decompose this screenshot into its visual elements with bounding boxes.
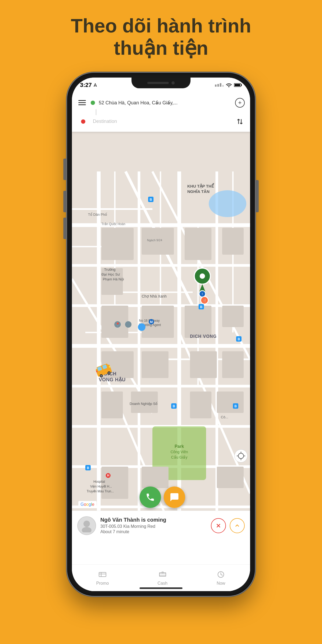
now-tab[interactable]: Now bbox=[216, 570, 226, 586]
google-logo: Google bbox=[78, 501, 97, 508]
svg-text:Tổ Dân Phố: Tổ Dân Phố bbox=[88, 213, 107, 217]
svg-point-95 bbox=[200, 273, 205, 279]
svg-line-128 bbox=[221, 575, 222, 575]
svg-text:!: ! bbox=[202, 293, 203, 296]
speaker bbox=[147, 82, 169, 84]
svg-text:Công Viên: Công Viên bbox=[170, 450, 188, 454]
destination-dot bbox=[81, 119, 85, 124]
menu-button[interactable] bbox=[77, 99, 87, 106]
svg-text:H: H bbox=[107, 474, 109, 477]
svg-text:Ngách 9/24: Ngách 9/24 bbox=[147, 239, 162, 242]
battery-icon bbox=[234, 83, 242, 87]
message-driver-button[interactable] bbox=[164, 486, 185, 508]
svg-point-118 bbox=[82, 527, 92, 532]
svg-text:B: B bbox=[173, 404, 175, 408]
signal-icon bbox=[215, 83, 224, 87]
svg-text:B: B bbox=[150, 198, 152, 202]
svg-text:Doanh Nghiệp Số: Doanh Nghiệp Số bbox=[130, 402, 158, 406]
svg-text:KHU TẬP THỂ: KHU TẬP THỂ bbox=[187, 183, 214, 188]
driver-info: Ngô Văn Thành is coming 30T-005.03 Kia M… bbox=[100, 517, 207, 534]
svg-text:Cầu Giấy: Cầu Giấy bbox=[171, 455, 188, 459]
svg-rect-35 bbox=[101, 268, 123, 295]
svg-text:B: B bbox=[235, 404, 237, 408]
clock-icon bbox=[216, 570, 226, 579]
svg-point-111 bbox=[235, 449, 247, 462]
status-time: 3:27 bbox=[80, 82, 97, 89]
svg-text:Chợ Nhà Xanh: Chợ Nhà Xanh bbox=[142, 294, 167, 298]
driver-avatar bbox=[77, 516, 96, 535]
call-driver-button[interactable] bbox=[140, 486, 161, 508]
svg-text:Cô...: Cô... bbox=[221, 415, 228, 419]
wifi-icon bbox=[226, 83, 232, 87]
svg-point-88 bbox=[125, 321, 131, 328]
svg-text:Đại Học Sư: Đại Học Sư bbox=[101, 272, 120, 276]
svg-rect-1 bbox=[241, 84, 242, 86]
swap-button[interactable] bbox=[235, 117, 245, 126]
svg-rect-47 bbox=[190, 351, 217, 378]
svg-rect-49 bbox=[190, 391, 211, 418]
svg-text:VONG HẬU: VONG HẬU bbox=[99, 377, 126, 382]
svg-text:Phạm Hà Nội: Phạm Hà Nội bbox=[103, 277, 124, 281]
route-connector bbox=[96, 109, 96, 115]
svg-text:NGHĨA TÂN: NGHĨA TÂN bbox=[187, 189, 210, 194]
svg-rect-44 bbox=[142, 351, 169, 378]
svg-rect-39 bbox=[101, 306, 128, 338]
phone-mockup: 3:27 bbox=[0, 67, 322, 601]
svg-text:Park: Park bbox=[175, 444, 184, 449]
svg-point-89 bbox=[138, 323, 145, 331]
expand-button[interactable] bbox=[230, 518, 245, 533]
svg-text:M: M bbox=[150, 320, 153, 324]
svg-rect-53 bbox=[217, 467, 244, 488]
driver-vehicle: 30T-005.03 Kia Morning Red bbox=[100, 524, 207, 529]
svg-text:Trường: Trường bbox=[104, 268, 115, 272]
promo-label: Promo bbox=[96, 581, 109, 586]
origin-address[interactable]: 52 Chùa Hà, Quan Hoa, Cầu Giấy,... bbox=[99, 100, 231, 106]
promo-tab[interactable]: Promo bbox=[96, 570, 109, 586]
svg-text:Viện Huyết H...: Viện Huyết H... bbox=[90, 485, 112, 488]
svg-rect-48 bbox=[222, 351, 244, 378]
search-area: 52 Chùa Hà, Quan Hoa, Cầu Giấy,... + Des… bbox=[72, 93, 250, 132]
svg-rect-38 bbox=[222, 228, 244, 255]
svg-rect-45 bbox=[101, 391, 123, 418]
driver-card: Ngô Văn Thành is coming 30T-005.03 Kia M… bbox=[72, 511, 250, 591]
svg-text:📍: 📍 bbox=[115, 322, 120, 327]
header-section: Theo dõi hành trình thuận tiện bbox=[0, 0, 322, 67]
svg-text:B: B bbox=[200, 305, 203, 309]
svg-text:B: B bbox=[87, 466, 89, 470]
svg-rect-42 bbox=[222, 306, 244, 327]
driver-eta: About 7 minute bbox=[100, 529, 207, 534]
svg-text:B: B bbox=[238, 337, 240, 341]
driver-row: Ngô Văn Thành is coming 30T-005.03 Kia M… bbox=[72, 511, 250, 538]
cash-icon bbox=[158, 570, 167, 579]
cancel-ride-button[interactable] bbox=[211, 518, 226, 533]
address-row: 52 Chùa Hà, Quan Hoa, Cầu Giấy,... + bbox=[77, 96, 245, 109]
add-stop-button[interactable]: + bbox=[235, 98, 245, 108]
svg-text:Truyền Máu Trun...: Truyền Máu Trun... bbox=[87, 489, 114, 493]
camera bbox=[171, 81, 175, 85]
phone-screen: 3:27 bbox=[72, 78, 250, 591]
svg-rect-121 bbox=[99, 572, 106, 577]
status-icons bbox=[215, 83, 242, 87]
svg-rect-34 bbox=[101, 228, 134, 260]
svg-text:DICH VONG: DICH VONG bbox=[190, 334, 217, 339]
svg-rect-2 bbox=[235, 84, 240, 86]
phone-frame: 3:27 bbox=[67, 73, 255, 596]
destination-row: Destination bbox=[77, 115, 245, 128]
home-indicator bbox=[140, 587, 182, 589]
cash-tab[interactable]: Cash bbox=[158, 570, 167, 586]
svg-text:🍴: 🍴 bbox=[203, 298, 207, 302]
now-label: Now bbox=[217, 581, 225, 586]
driver-name: Ngô Văn Thành is coming bbox=[100, 517, 207, 523]
cash-label: Cash bbox=[158, 581, 167, 586]
svg-text:Trần Quốc Hoàn: Trần Quốc Hoàn bbox=[101, 222, 125, 226]
svg-rect-37 bbox=[185, 228, 211, 260]
tab-bar: Promo Cash bbox=[72, 564, 250, 591]
destination-input[interactable]: Destination bbox=[93, 119, 231, 124]
svg-rect-50 bbox=[101, 467, 128, 499]
action-buttons bbox=[211, 518, 245, 533]
svg-rect-124 bbox=[159, 573, 166, 576]
phone-notch bbox=[131, 78, 191, 88]
header-title: Theo dõi hành trình thuận tiện bbox=[21, 15, 301, 59]
svg-text:Hospital: Hospital bbox=[93, 480, 105, 484]
svg-rect-51 bbox=[142, 467, 169, 488]
